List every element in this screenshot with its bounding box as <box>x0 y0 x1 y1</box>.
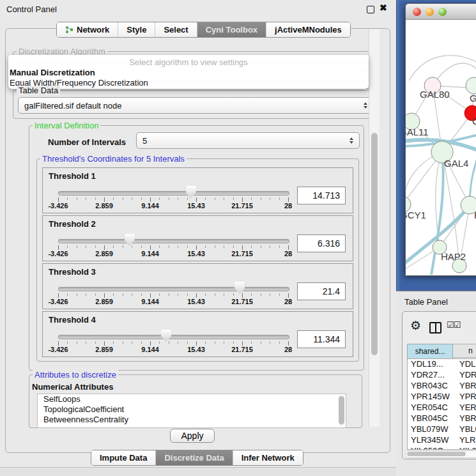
float-window-icon[interactable] <box>367 6 374 13</box>
major-tick <box>288 293 289 298</box>
cell-shared-name: YBR043C <box>408 381 452 392</box>
major-tick <box>58 197 59 202</box>
slider-thumb[interactable] <box>161 330 171 342</box>
slider-track[interactable] <box>58 287 289 291</box>
table-panel-window: ⚙ ☑☑ shared... n YDL19...YDL1YDR27...YDR… <box>402 311 476 459</box>
list-scrollbar[interactable] <box>339 395 344 426</box>
tab-style[interactable]: Style <box>118 22 155 37</box>
table-row[interactable]: YPR145WYPR1 <box>408 392 476 403</box>
slider-thumb[interactable] <box>234 282 245 294</box>
number-of-intervals-combobox[interactable]: 5 <box>136 132 360 149</box>
table-row[interactable]: YBL079WYBL0 <box>408 424 476 435</box>
network-window-titlebar[interactable] <box>406 4 476 20</box>
panel-scrollbar[interactable] <box>369 29 380 427</box>
tick-label: 21.715 <box>231 346 253 353</box>
minor-tick <box>86 293 86 296</box>
zoom-traffic-icon[interactable] <box>438 8 447 16</box>
table-body[interactable]: YDL19...YDL1YDR27...YDR2YBR043CYBR0YPR14… <box>407 358 476 450</box>
slider-thumb[interactable] <box>186 186 196 198</box>
tab-cyni-toolbox[interactable]: Cyni Toolbox <box>197 22 266 37</box>
minor-tick <box>141 197 142 200</box>
tab-discretize-data[interactable]: Discretize Data <box>155 450 232 465</box>
gear-icon[interactable]: ⚙ <box>410 318 421 333</box>
minor-tick <box>251 341 252 344</box>
threshold-panel-4: Threshold 4-3.4262.8599.14415.4321.71528… <box>42 311 353 357</box>
close-traffic-icon[interactable] <box>413 8 421 16</box>
threshold-label: Threshold 2 <box>49 219 96 229</box>
list-item[interactable]: SelfLoops <box>38 394 346 404</box>
minor-tick <box>169 197 169 200</box>
network-canvas[interactable]: GAL80GACGAL11GAL4GCY1HHAP2 <box>406 20 476 275</box>
panel-title: Control Panel <box>6 4 57 14</box>
tick-label: 21.715 <box>231 202 253 210</box>
tab-jactivemnodules[interactable]: jActiveMNodules <box>266 22 350 37</box>
tick-label: 15.43 <box>187 298 205 305</box>
minimize-traffic-icon[interactable] <box>426 8 434 16</box>
major-tick <box>104 293 105 298</box>
table-row[interactable]: YBR045CYBR0 <box>408 413 476 424</box>
minor-tick <box>205 245 206 248</box>
major-tick <box>150 341 151 346</box>
table-row[interactable]: YER054CYER0 <box>408 403 476 413</box>
threshold-value-field[interactable]: 21.4 <box>297 282 346 300</box>
minor-tick <box>233 341 234 344</box>
minor-tick <box>279 245 280 248</box>
tab-network[interactable]: Network <box>57 22 118 37</box>
table-row[interactable]: YDR27...YDR2 <box>408 370 476 381</box>
network-edge <box>409 56 476 81</box>
slider-track[interactable] <box>58 335 289 339</box>
tab-infer-network[interactable]: Infer Network <box>233 450 303 465</box>
cell-name: YIL0 <box>452 446 476 450</box>
slider-track[interactable] <box>58 191 289 196</box>
number-of-intervals-label: Number of Intervals <box>48 137 126 147</box>
slider-thumb[interactable] <box>125 234 135 246</box>
table-data-label: Table Data <box>17 86 60 95</box>
tab-impute-data[interactable]: Impute Data <box>91 450 155 465</box>
top-tab-bar: NetworkStyleSelectCyni ToolboxjActiveMNo… <box>56 22 351 38</box>
attributes-group-label: Attributes to discretize <box>33 370 118 380</box>
minor-tick <box>132 341 132 344</box>
tab-select[interactable]: Select <box>155 22 196 37</box>
major-tick <box>242 293 243 298</box>
algorithm-option-manual[interactable]: Manual Discretization <box>10 68 95 77</box>
threshold-value-field[interactable]: 6.316 <box>297 234 346 252</box>
table-row[interactable]: YBR043CYBR0 <box>408 381 476 392</box>
list-item[interactable]: BetweennessCentrality <box>38 415 346 425</box>
apply-button[interactable]: Apply <box>170 429 215 443</box>
network-view-window[interactable]: GAL80GACGAL11GAL4GCY1HHAP2 <box>405 3 476 276</box>
table-header-row: shared... n <box>407 344 476 359</box>
column-header-shared[interactable]: shared... <box>407 344 453 359</box>
cell-name: YBR0 <box>452 381 476 392</box>
threshold-value-field[interactable]: 11.344 <box>297 330 346 348</box>
major-tick <box>150 293 151 298</box>
tab-label: Style <box>127 25 146 35</box>
threshold-coordinates-label: Threshold's Coordinates for 5 Intervals <box>40 154 187 164</box>
minor-tick <box>178 197 178 200</box>
threshold-value-field[interactable]: 14.713 <box>297 187 346 204</box>
minor-tick <box>251 197 252 200</box>
minor-tick <box>224 245 224 248</box>
major-tick <box>196 245 197 250</box>
panel-scrollbar-thumb[interactable] <box>371 133 378 355</box>
list-item[interactable]: TopologicalCoefficient <box>38 404 346 415</box>
major-tick <box>242 245 243 250</box>
network-node[interactable] <box>466 77 476 94</box>
table-data-combobox[interactable]: galFiltered.sif default node <box>18 97 374 114</box>
threshold-label: Threshold 4 <box>49 315 96 325</box>
slider-track[interactable] <box>58 239 289 243</box>
column-header-name[interactable]: n <box>453 344 476 358</box>
cell-shared-name: YPR145W <box>408 392 452 403</box>
columns-icon[interactable] <box>429 322 441 334</box>
minor-tick <box>215 341 215 344</box>
table-panel-region: Table Panel ⚙ ☑☑ shared... n YDL19...YDL… <box>396 291 476 476</box>
minor-tick <box>224 197 224 200</box>
table-row[interactable]: YDL19...YDL1 <box>408 359 476 370</box>
minor-tick <box>205 197 206 200</box>
table-row[interactable]: YLR345WYLR3 <box>408 435 476 446</box>
table-horizontal-scrollbar[interactable] <box>405 450 476 458</box>
close-icon[interactable]: ✖ <box>380 3 387 13</box>
table-row[interactable]: YIL052CYIL0 <box>408 446 476 450</box>
numerical-attributes-list[interactable]: SelfLoopsTopologicalCoefficientBetweenne… <box>37 394 346 428</box>
minor-tick <box>77 197 77 200</box>
select-columns-checkboxes-icon[interactable]: ☑☑ <box>447 320 460 330</box>
